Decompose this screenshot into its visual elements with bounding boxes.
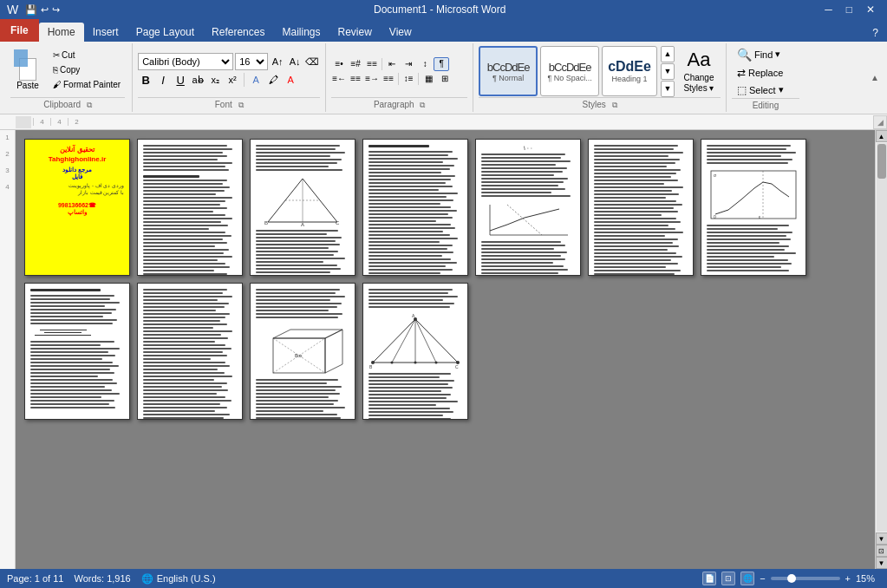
- close-btn[interactable]: ✕: [861, 3, 880, 16]
- styles-group-label: Styles ⧉: [479, 97, 721, 110]
- multilevel-btn[interactable]: ≡≡: [364, 57, 380, 71]
- scroll-down-btn[interactable]: ▼: [876, 532, 888, 545]
- strikethrough-btn[interactable]: ab̶: [190, 72, 205, 88]
- scroll-extra-btn2[interactable]: ▼: [876, 557, 888, 569]
- scroll-thumb[interactable]: [877, 144, 886, 179]
- tab-insert[interactable]: Insert: [84, 23, 127, 42]
- change-styles-button[interactable]: Aa ChangeStyles ▾: [677, 45, 721, 97]
- scroll-extra-btn1[interactable]: ⊡: [876, 545, 888, 557]
- styles-scroll-down-btn[interactable]: ▼: [661, 63, 675, 80]
- redo-qat-btn[interactable]: ↪: [52, 4, 60, 16]
- style-nospacing-text: bCcDdEe: [549, 61, 591, 74]
- align-center-btn[interactable]: ≡≡: [348, 72, 363, 86]
- style-no-spacing-btn[interactable]: bCcDdEe ¶ No Spaci...: [540, 46, 599, 96]
- tab-mailings[interactable]: Mailings: [273, 23, 329, 42]
- sort-btn[interactable]: ↕: [417, 57, 433, 71]
- styles-more-btn[interactable]: ▼: [661, 81, 675, 97]
- align-left-btn[interactable]: ≡←: [331, 72, 347, 86]
- font-color-btn[interactable]: A: [283, 72, 298, 88]
- full-screen-view-btn[interactable]: ⊡: [721, 572, 735, 585]
- change-styles-icon: Aa: [687, 49, 710, 71]
- borders-btn[interactable]: ⊞: [437, 72, 453, 86]
- style-normal-btn[interactable]: bCcDdEe ¶ Normal: [479, 46, 538, 96]
- save-qat-btn[interactable]: 💾: [25, 4, 37, 16]
- clear-format-btn[interactable]: ⌫: [304, 54, 320, 69]
- svg-marker-17: [273, 330, 342, 338]
- replace-button[interactable]: ⇄ Replace: [732, 65, 799, 81]
- svg-point-32: [414, 362, 417, 364]
- window-controls: ─ □ ✕: [819, 3, 880, 16]
- title-bar-area: W 💾 ↩ ↪ Document1 - Microsoft Word ─ □ ✕…: [0, 0, 887, 114]
- paste-button[interactable]: Paste: [10, 46, 45, 94]
- superscript-btn[interactable]: x²: [225, 72, 240, 88]
- font-group: Calibri (Body) 16 A↑ A↓ ⌫ B I U ab̶: [133, 43, 326, 112]
- zoom-slider-container: [771, 577, 840, 580]
- highlight-btn[interactable]: 🖍: [265, 72, 281, 88]
- numbering-btn[interactable]: ≡#: [348, 57, 363, 71]
- align-right-btn[interactable]: ≡→: [364, 72, 380, 86]
- underline-btn[interactable]: U: [173, 72, 188, 88]
- help-icon[interactable]: ?: [864, 24, 887, 42]
- print-view-btn[interactable]: 📄: [702, 572, 716, 585]
- quick-access-toolbar: W 💾 ↩ ↪: [7, 3, 60, 16]
- style-heading1-btn[interactable]: cDdEe Heading 1: [602, 46, 657, 96]
- decrease-font-btn[interactable]: A↓: [287, 54, 303, 69]
- find-button[interactable]: 🔍 Find ▾: [732, 46, 799, 63]
- zoom-in-btn[interactable]: +: [845, 573, 851, 584]
- scroll-up-btn[interactable]: ▲: [876, 130, 888, 142]
- page-2: [137, 139, 243, 276]
- ribbon-collapse-btn[interactable]: ▲: [868, 71, 882, 85]
- copy-button[interactable]: ⎘ Copy: [49, 63, 125, 76]
- web-view-btn[interactable]: 🌐: [740, 572, 754, 585]
- truss-diagram: A B C: [368, 310, 462, 371]
- show-formatting-btn[interactable]: ¶: [434, 57, 449, 71]
- decrease-indent-btn[interactable]: ⇤: [384, 57, 400, 71]
- font-expand-icon[interactable]: ⧉: [238, 101, 244, 109]
- tab-file[interactable]: File: [0, 19, 39, 42]
- svg-text:σ: σ: [714, 173, 717, 178]
- tab-review[interactable]: Review: [329, 23, 380, 42]
- tab-home[interactable]: Home: [39, 23, 84, 42]
- vertical-scrollbar[interactable]: ▲ ▼ ⊡ ▼: [875, 130, 887, 569]
- svg-text:Box: Box: [295, 353, 303, 358]
- increase-font-btn[interactable]: A↑: [270, 54, 285, 69]
- font-name-select[interactable]: Calibri (Body): [138, 53, 233, 70]
- font-size-select[interactable]: 16: [235, 53, 268, 70]
- tab-references[interactable]: References: [203, 23, 273, 42]
- editing-group: 🔍 Find ▾ ⇄ Replace ⬚ Select ▾ Editing: [727, 43, 805, 112]
- paragraph-expand-icon[interactable]: ⧉: [420, 101, 425, 109]
- zoom-out-btn[interactable]: −: [760, 573, 765, 584]
- style-normal-label: ¶ Normal: [492, 74, 524, 82]
- main-area: 1 2 3 4 تحقیق آنلاینTahghighonline.ir مر…: [0, 130, 887, 569]
- text-effects-btn[interactable]: A: [248, 72, 264, 88]
- replace-icon: ⇄: [737, 67, 746, 79]
- horizontal-ruler: 4 4 2 ◢: [0, 114, 887, 130]
- bold-btn[interactable]: B: [138, 72, 153, 88]
- clipboard-expand-icon[interactable]: ⧉: [87, 101, 92, 109]
- svg-marker-18: [325, 330, 342, 373]
- title-text: Document1 - Microsoft Word: [60, 3, 819, 16]
- tab-view[interactable]: View: [381, 23, 421, 42]
- undo-qat-btn[interactable]: ↩: [41, 4, 49, 16]
- select-button[interactable]: ⬚ Select ▾: [732, 82, 799, 98]
- styles-scroll-up-btn[interactable]: ▲: [661, 46, 675, 62]
- format-painter-button[interactable]: 🖌 Format Painter: [49, 78, 125, 91]
- maximize-btn[interactable]: □: [841, 3, 858, 16]
- svg-line-24: [415, 319, 458, 363]
- cut-button[interactable]: ✂ Cut: [49, 49, 125, 62]
- styles-expand-icon[interactable]: ⧉: [612, 101, 617, 109]
- page-10: Box: [250, 283, 355, 420]
- line-spacing-btn[interactable]: ↕≡: [401, 72, 416, 86]
- svg-point-31: [391, 362, 394, 364]
- svg-text:A: A: [301, 222, 304, 226]
- shading-btn[interactable]: ▦: [421, 72, 436, 86]
- minimize-btn[interactable]: ─: [819, 3, 838, 16]
- zoom-slider-thumb[interactable]: [787, 574, 796, 583]
- italic-btn[interactable]: I: [155, 72, 171, 88]
- tab-page-layout[interactable]: Page Layout: [127, 23, 203, 42]
- justify-btn[interactable]: ≡≡: [381, 72, 396, 86]
- increase-indent-btn[interactable]: ⇥: [401, 57, 416, 71]
- subscript-btn[interactable]: x₂: [207, 72, 223, 88]
- bullets-btn[interactable]: ≡•: [331, 57, 347, 71]
- status-bar: Page: 1 of 11 Words: 1,916 🌐 English (U.…: [0, 569, 887, 588]
